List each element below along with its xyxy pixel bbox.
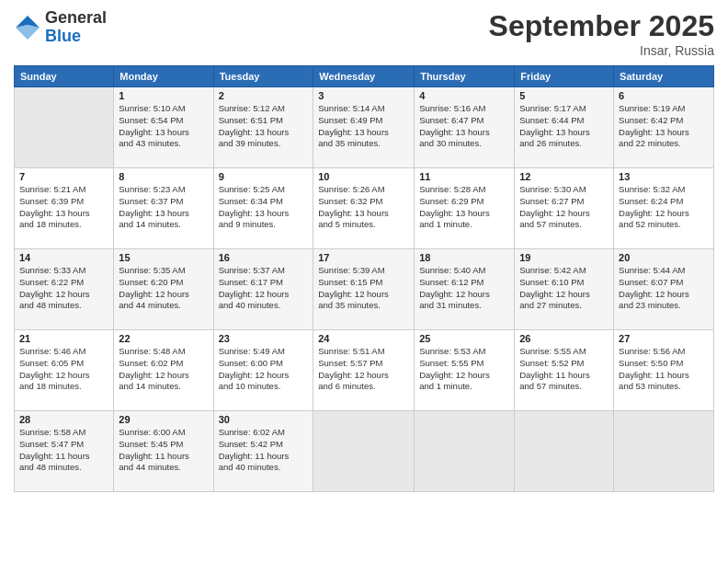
calendar-cell: 4Sunrise: 5:16 AM Sunset: 6:47 PM Daylig… [415,87,515,168]
day-info: Sunrise: 5:12 AM Sunset: 6:51 PM Dayligh… [219,103,309,150]
day-number: 2 [219,90,309,101]
day-info: Sunrise: 5:53 AM Sunset: 5:55 PM Dayligh… [419,346,509,393]
svg-marker-1 [16,25,40,40]
calendar-cell: 22Sunrise: 5:48 AM Sunset: 6:02 PM Dayli… [114,330,213,411]
calendar-cell: 28Sunrise: 5:58 AM Sunset: 5:47 PM Dayli… [15,411,114,492]
day-info: Sunrise: 5:46 AM Sunset: 6:05 PM Dayligh… [19,346,108,393]
day-info: Sunrise: 5:28 AM Sunset: 6:29 PM Dayligh… [419,184,509,231]
weekday-header-monday: Monday [114,66,213,87]
calendar-table: SundayMondayTuesdayWednesdayThursdayFrid… [14,65,714,492]
calendar-cell: 29Sunrise: 6:00 AM Sunset: 5:45 PM Dayli… [114,411,213,492]
day-number: 24 [318,333,409,344]
calendar-cell [614,411,714,492]
calendar-cell: 21Sunrise: 5:46 AM Sunset: 6:05 PM Dayli… [15,330,114,411]
weekday-header-tuesday: Tuesday [213,66,313,87]
day-info: Sunrise: 5:58 AM Sunset: 5:47 PM Dayligh… [19,427,108,474]
week-row-1: 1Sunrise: 5:10 AM Sunset: 6:54 PM Daylig… [15,87,714,168]
day-info: Sunrise: 5:25 AM Sunset: 6:34 PM Dayligh… [219,184,309,231]
day-number: 12 [519,171,609,182]
day-info: Sunrise: 5:17 AM Sunset: 6:44 PM Dayligh… [519,103,609,150]
calendar-cell: 8Sunrise: 5:23 AM Sunset: 6:37 PM Daylig… [114,168,213,249]
weekday-header-thursday: Thursday [415,66,515,87]
day-info: Sunrise: 5:39 AM Sunset: 6:15 PM Dayligh… [318,265,409,312]
calendar-cell: 6Sunrise: 5:19 AM Sunset: 6:42 PM Daylig… [614,87,714,168]
calendar-cell [313,411,415,492]
day-info: Sunrise: 5:44 AM Sunset: 6:07 PM Dayligh… [619,265,709,312]
calendar-cell: 1Sunrise: 5:10 AM Sunset: 6:54 PM Daylig… [114,87,213,168]
day-number: 7 [19,171,108,182]
calendar-cell: 26Sunrise: 5:55 AM Sunset: 5:52 PM Dayli… [515,330,614,411]
calendar-cell: 27Sunrise: 5:56 AM Sunset: 5:50 PM Dayli… [614,330,714,411]
calendar-cell [515,411,614,492]
weekday-header-saturday: Saturday [614,66,714,87]
calendar-cell: 7Sunrise: 5:21 AM Sunset: 6:39 PM Daylig… [15,168,114,249]
day-info: Sunrise: 5:42 AM Sunset: 6:10 PM Dayligh… [519,265,609,312]
day-number: 18 [419,252,509,263]
weekday-header-friday: Friday [515,66,614,87]
day-number: 14 [19,252,108,263]
day-number: 1 [119,90,208,101]
logo-text: General Blue [45,9,107,46]
calendar-cell: 20Sunrise: 5:44 AM Sunset: 6:07 PM Dayli… [614,249,714,330]
logo-icon [14,14,41,41]
calendar-cell: 13Sunrise: 5:32 AM Sunset: 6:24 PM Dayli… [614,168,714,249]
day-info: Sunrise: 6:00 AM Sunset: 5:45 PM Dayligh… [119,427,208,474]
day-number: 10 [318,171,409,182]
day-number: 19 [519,252,609,263]
calendar-cell: 24Sunrise: 5:51 AM Sunset: 5:57 PM Dayli… [313,330,415,411]
logo-general-label: General [45,9,107,28]
calendar-cell: 10Sunrise: 5:26 AM Sunset: 6:32 PM Dayli… [313,168,415,249]
day-info: Sunrise: 5:56 AM Sunset: 5:50 PM Dayligh… [619,346,709,393]
calendar-cell: 16Sunrise: 5:37 AM Sunset: 6:17 PM Dayli… [213,249,313,330]
calendar-cell [15,87,114,168]
calendar-cell: 2Sunrise: 5:12 AM Sunset: 6:51 PM Daylig… [213,87,313,168]
day-info: Sunrise: 5:55 AM Sunset: 5:52 PM Dayligh… [519,346,609,393]
day-info: Sunrise: 5:14 AM Sunset: 6:49 PM Dayligh… [318,103,409,150]
calendar-cell: 17Sunrise: 5:39 AM Sunset: 6:15 PM Dayli… [313,249,415,330]
day-number: 26 [519,333,609,344]
day-info: Sunrise: 6:02 AM Sunset: 5:42 PM Dayligh… [219,427,309,474]
week-row-4: 21Sunrise: 5:46 AM Sunset: 6:05 PM Dayli… [15,330,714,411]
calendar-cell: 19Sunrise: 5:42 AM Sunset: 6:10 PM Dayli… [515,249,614,330]
day-number: 4 [419,90,509,101]
day-number: 5 [519,90,609,101]
weekday-header-row: SundayMondayTuesdayWednesdayThursdayFrid… [15,66,714,87]
day-number: 29 [119,414,208,425]
day-number: 16 [219,252,309,263]
day-info: Sunrise: 5:35 AM Sunset: 6:20 PM Dayligh… [119,265,208,312]
day-info: Sunrise: 5:19 AM Sunset: 6:42 PM Dayligh… [619,103,709,150]
day-info: Sunrise: 5:48 AM Sunset: 6:02 PM Dayligh… [119,346,208,393]
day-info: Sunrise: 5:26 AM Sunset: 6:32 PM Dayligh… [318,184,409,231]
day-number: 3 [318,90,409,101]
day-number: 23 [219,333,309,344]
day-info: Sunrise: 5:16 AM Sunset: 6:47 PM Dayligh… [419,103,509,150]
calendar-cell: 9Sunrise: 5:25 AM Sunset: 6:34 PM Daylig… [213,168,313,249]
day-info: Sunrise: 5:33 AM Sunset: 6:22 PM Dayligh… [19,265,108,312]
calendar-cell: 23Sunrise: 5:49 AM Sunset: 6:00 PM Dayli… [213,330,313,411]
calendar-cell: 11Sunrise: 5:28 AM Sunset: 6:29 PM Dayli… [415,168,515,249]
day-info: Sunrise: 5:49 AM Sunset: 6:00 PM Dayligh… [219,346,309,393]
day-number: 21 [19,333,108,344]
day-number: 22 [119,333,208,344]
weekday-header-wednesday: Wednesday [313,66,415,87]
month-title: September 2025 [489,9,714,43]
calendar-cell [415,411,515,492]
day-number: 15 [119,252,208,263]
day-info: Sunrise: 5:21 AM Sunset: 6:39 PM Dayligh… [19,184,108,231]
day-info: Sunrise: 5:32 AM Sunset: 6:24 PM Dayligh… [619,184,709,231]
day-info: Sunrise: 5:30 AM Sunset: 6:27 PM Dayligh… [519,184,609,231]
title-block: September 2025 Insar, Russia [489,9,714,58]
day-info: Sunrise: 5:23 AM Sunset: 6:37 PM Dayligh… [119,184,208,231]
header: General Blue September 2025 Insar, Russi… [14,9,714,58]
calendar-cell: 15Sunrise: 5:35 AM Sunset: 6:20 PM Dayli… [114,249,213,330]
calendar-cell: 5Sunrise: 5:17 AM Sunset: 6:44 PM Daylig… [515,87,614,168]
calendar-cell: 30Sunrise: 6:02 AM Sunset: 5:42 PM Dayli… [213,411,313,492]
calendar-cell: 18Sunrise: 5:40 AM Sunset: 6:12 PM Dayli… [415,249,515,330]
day-info: Sunrise: 5:10 AM Sunset: 6:54 PM Dayligh… [119,103,208,150]
logo-blue-label: Blue [45,28,107,46]
day-number: 6 [619,90,709,101]
weekday-header-sunday: Sunday [15,66,114,87]
day-number: 25 [419,333,509,344]
calendar-cell: 3Sunrise: 5:14 AM Sunset: 6:49 PM Daylig… [313,87,415,168]
day-number: 13 [619,171,709,182]
